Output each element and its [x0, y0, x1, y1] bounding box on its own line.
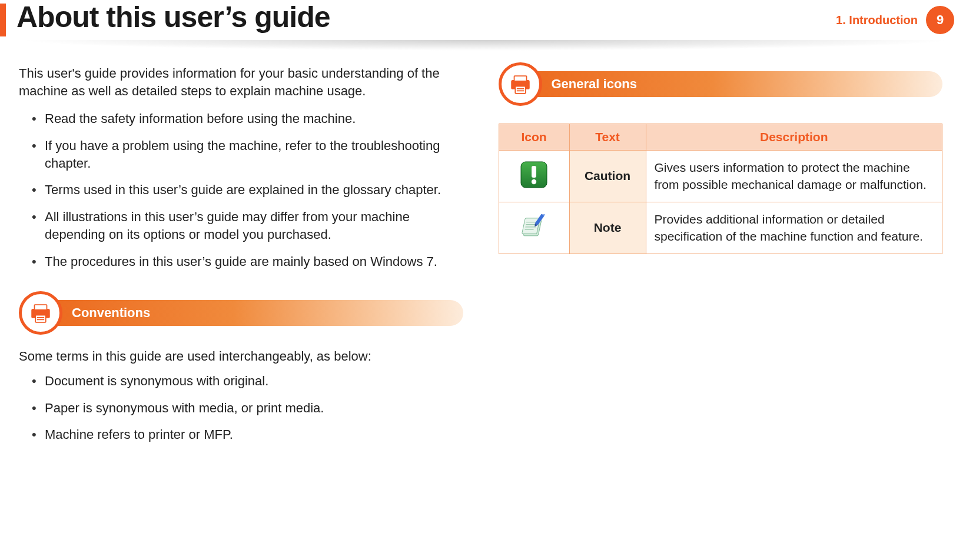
intro-paragraph: This user's guide provides information f… — [19, 65, 463, 99]
banner-circle — [19, 291, 62, 335]
general-icons-title: General icons — [552, 76, 638, 92]
th-description: Description — [646, 124, 942, 151]
general-icons-table: Icon Text Description — [499, 124, 943, 254]
intro-bullet-list: Read the safety information before using… — [32, 110, 463, 270]
conventions-section-banner: Conventions — [19, 294, 463, 332]
chapter-label: 1. Introduction — [836, 14, 918, 27]
list-item: Document is synonymous with original. — [32, 372, 463, 390]
note-icon — [519, 214, 549, 239]
list-item: The procedures in this user’s guide are … — [32, 253, 463, 271]
banner-circle — [499, 62, 542, 106]
title-wrap: About this user’s guide — [0, 0, 330, 36]
conventions-bullet-list: Document is synonymous with original. Pa… — [32, 372, 463, 444]
page-header: About this user’s guide 1. Introduction … — [0, 0, 966, 36]
page-number: 9 — [937, 12, 944, 28]
table-row: Caution Gives users information to prote… — [499, 151, 942, 202]
svg-rect-1 — [35, 305, 47, 310]
svg-rect-6 — [514, 76, 526, 81]
cell-text: Note — [569, 202, 646, 254]
table-row: Note Provides additional information or … — [499, 202, 942, 254]
page-title: About this user’s guide — [16, 0, 330, 34]
conventions-intro: Some terms in this guide are used interc… — [19, 348, 463, 365]
list-item: If you have a problem using the machine,… — [32, 137, 463, 172]
cell-description: Gives users information to protect the m… — [646, 151, 942, 202]
list-item: Paper is synonymous with media, or print… — [32, 399, 463, 417]
printer-icon — [508, 72, 533, 96]
header-divider-shadow — [16, 40, 954, 51]
list-item: Read the safety information before using… — [32, 110, 463, 128]
th-text: Text — [569, 124, 646, 151]
svg-rect-7 — [515, 86, 526, 94]
general-icons-section-banner: General icons — [499, 65, 943, 104]
right-column: General icons Icon Text Description — [499, 65, 943, 453]
list-item: All illustrations in this user’s guide m… — [32, 208, 463, 243]
list-item: Terms used in this user’s guide are expl… — [32, 181, 463, 199]
svg-rect-2 — [35, 315, 46, 322]
header-accent-bar — [0, 4, 6, 36]
banner-bar: General icons — [526, 71, 943, 97]
cell-description: Provides additional information or detai… — [646, 202, 942, 254]
cell-icon — [499, 151, 569, 202]
conventions-title: Conventions — [72, 305, 150, 321]
table-header-row: Icon Text Description — [499, 124, 942, 151]
content-columns: This user's guide provides information f… — [0, 51, 966, 453]
svg-point-12 — [532, 179, 536, 184]
caution-icon — [519, 160, 549, 189]
banner-bar: Conventions — [46, 300, 463, 326]
printer-icon — [28, 301, 53, 325]
cell-text: Caution — [569, 151, 646, 202]
left-column: This user's guide provides information f… — [19, 65, 463, 453]
svg-rect-11 — [532, 166, 536, 178]
th-icon: Icon — [499, 124, 569, 151]
header-right: 1. Introduction 9 — [836, 6, 954, 34]
cell-icon — [499, 202, 569, 254]
list-item: Machine refers to printer or MFP. — [32, 426, 463, 444]
page-number-badge: 9 — [926, 6, 954, 34]
